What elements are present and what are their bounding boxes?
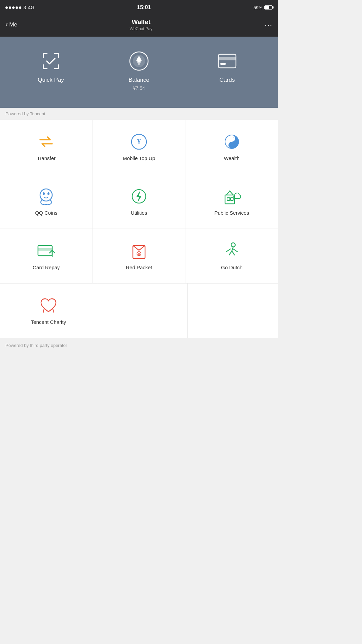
services-grid: Transfer ¥ Mobile Top Up: [0, 120, 278, 338]
grid-row-4: Tencent Charity: [0, 284, 278, 338]
svg-point-18: [230, 137, 233, 140]
grid-row-3: Card Repay ¥ Red Packet: [0, 229, 278, 284]
wealth-label: Wealth: [224, 155, 239, 161]
tencent-charity-label: Tencent Charity: [31, 319, 66, 325]
public-services-icon: [223, 188, 241, 205]
card-repay-label: Card Repay: [33, 265, 60, 270]
cards-label: Cards: [219, 77, 235, 83]
transfer-button[interactable]: Transfer: [0, 120, 93, 174]
svg-rect-28: [38, 248, 52, 251]
svg-text:¥: ¥: [138, 252, 140, 256]
transfer-icon: [37, 133, 55, 151]
go-dutch-label: Go Dutch: [221, 265, 242, 270]
svg-point-22: [47, 192, 49, 195]
status-bar: 3 4G 15:01 59%: [0, 0, 278, 15]
public-services-label: Public Services: [214, 210, 249, 216]
transfer-label: Transfer: [37, 155, 56, 161]
page-title: Wallet: [130, 18, 153, 26]
status-time: 15:01: [137, 4, 151, 11]
public-services-button[interactable]: Public Services: [185, 174, 278, 229]
back-arrow-icon: ‹: [5, 21, 8, 28]
card-repay-button[interactable]: Card Repay: [0, 229, 93, 283]
powered-by-third-party: Powered by third party operator: [0, 338, 278, 353]
grid-row-2: QQ Coins Utilities: [0, 174, 278, 229]
status-right: 59%: [254, 5, 273, 10]
signal-dots: [5, 6, 21, 9]
qq-coins-icon: [37, 188, 55, 205]
utilities-icon: [130, 188, 148, 205]
balance-label: Balance: [128, 77, 149, 83]
go-dutch-button[interactable]: Go Dutch: [185, 229, 278, 283]
back-label: Me: [9, 21, 17, 28]
more-options-button[interactable]: ···: [265, 21, 273, 29]
cards-icon: [216, 50, 238, 72]
svg-point-33: [231, 243, 235, 247]
mobile-top-up-label: Mobile Top Up: [123, 155, 155, 161]
grid-row-1: Transfer ¥ Mobile Top Up: [0, 120, 278, 174]
battery-percent: 59%: [254, 5, 262, 10]
svg-rect-26: [230, 198, 233, 200]
tencent-charity-button[interactable]: Tencent Charity: [0, 284, 97, 338]
quick-pay-label: Quick Pay: [38, 77, 64, 83]
status-left: 3 4G: [5, 5, 34, 10]
svg-rect-3: [58, 53, 59, 58]
empty-cell-1: [97, 284, 188, 338]
qq-coins-button[interactable]: QQ Coins: [0, 174, 93, 229]
balance-button[interactable]: Balance ¥7.54: [95, 50, 183, 91]
qq-coins-label: QQ Coins: [35, 210, 57, 216]
network-type: 4G: [28, 5, 35, 10]
utilities-label: Utilities: [131, 210, 147, 216]
empty-cell-2: [188, 284, 278, 338]
quick-pay-button[interactable]: Quick Pay: [7, 50, 95, 83]
quick-pay-icon: [40, 50, 62, 72]
svg-point-21: [43, 192, 45, 195]
svg-point-20: [40, 189, 52, 201]
tencent-charity-icon: [40, 297, 57, 314]
svg-rect-12: [218, 54, 236, 68]
card-repay-icon: [37, 242, 55, 260]
svg-rect-14: [220, 63, 226, 65]
battery-icon: [264, 5, 273, 9]
svg-rect-5: [43, 64, 44, 69]
go-dutch-icon: [223, 242, 241, 260]
mobile-top-up-button[interactable]: ¥ Mobile Top Up: [93, 120, 186, 174]
hero-section: Quick Pay Balance ¥7.54 Cards: [0, 37, 278, 108]
nav-title-block: Wallet WeChat Pay: [130, 18, 153, 31]
svg-rect-1: [43, 53, 44, 58]
wealth-icon: [223, 133, 241, 151]
network-carrier: 3: [23, 5, 26, 10]
powered-by-tencent: Powered by Tencent: [0, 108, 278, 120]
balance-icon: [128, 50, 150, 72]
svg-rect-25: [227, 198, 230, 200]
red-packet-button[interactable]: ¥ Red Packet: [93, 229, 186, 283]
svg-point-19: [230, 144, 233, 147]
page-subtitle: WeChat Pay: [130, 26, 153, 31]
utilities-button[interactable]: Utilities: [93, 174, 186, 229]
balance-amount: ¥7.54: [133, 85, 145, 91]
back-button[interactable]: ‹ Me: [5, 21, 17, 28]
svg-rect-7: [58, 64, 59, 69]
mobile-top-up-icon: ¥: [130, 133, 148, 151]
svg-rect-13: [218, 57, 236, 60]
wealth-button[interactable]: Wealth: [185, 120, 278, 174]
svg-text:¥: ¥: [137, 138, 141, 145]
red-packet-icon: ¥: [130, 242, 148, 260]
cards-button[interactable]: Cards: [183, 50, 271, 83]
red-packet-label: Red Packet: [126, 265, 152, 270]
nav-header: ‹ Me Wallet WeChat Pay ···: [0, 15, 278, 37]
